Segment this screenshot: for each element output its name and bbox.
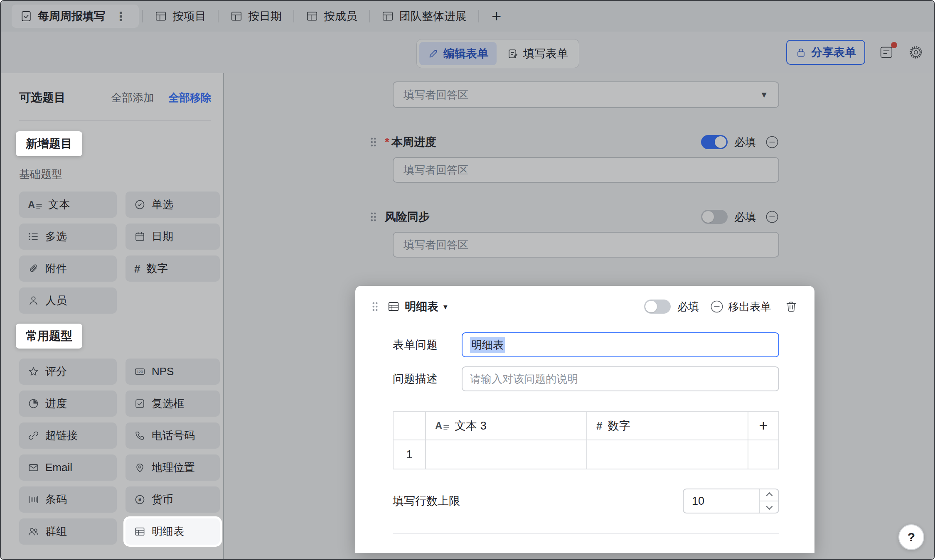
calendar-icon: [134, 231, 145, 242]
location-icon: [134, 462, 145, 473]
collapse-question-button[interactable]: [765, 135, 779, 149]
type-button-phone[interactable]: 电话号码: [125, 422, 220, 449]
question-desc-row: 问题描述: [355, 366, 814, 391]
form-column: 填写者回答区 ▼ * 本周进度 必填: [355, 73, 814, 553]
add-all-link[interactable]: 全部添加: [111, 91, 154, 105]
type-button-checkbox[interactable]: 复选框: [125, 391, 220, 417]
tab-by-date[interactable]: 按日期: [222, 5, 290, 28]
type-button-nps[interactable]: 123 NPS: [125, 359, 220, 385]
type-button-group[interactable]: 群组: [19, 518, 117, 545]
gear-icon: [908, 44, 924, 61]
type-button-date[interactable]: 日期: [125, 224, 220, 250]
pencil-icon: [428, 48, 439, 59]
detail-table-preview: A 文本 3 # 数字 + 1: [393, 411, 779, 469]
answer-input-preview: 填写者回答区: [393, 157, 779, 183]
fill-form-button[interactable]: 填写表单: [499, 42, 576, 65]
table-view-icon: [155, 10, 167, 22]
detail-table-card: 明细表 ▾ 必填 移出表单: [355, 286, 814, 553]
type-button-attachment[interactable]: 附件: [19, 255, 117, 282]
lock-icon: [795, 47, 807, 58]
add-view-button[interactable]: +: [482, 8, 510, 25]
svg-text:123: 123: [137, 370, 143, 374]
tab-by-member[interactable]: 按成员: [298, 5, 366, 28]
answer-input-preview: 填写者回答区: [393, 232, 779, 258]
form-question-row: 表单问题 明细表: [355, 332, 814, 357]
required-toggle[interactable]: [701, 135, 728, 149]
table-body-cell: [748, 440, 778, 469]
type-button-email[interactable]: Email: [19, 454, 117, 481]
add-column-button[interactable]: +: [748, 412, 778, 440]
row-limit-row: 填写行数上限: [355, 489, 814, 513]
required-toggle[interactable]: [644, 300, 671, 314]
tab-separator: [218, 10, 219, 22]
row-limit-input[interactable]: [684, 489, 759, 513]
form-question-input[interactable]: 明细表: [462, 332, 779, 357]
caret-down-icon: ▾: [443, 302, 448, 312]
question-desc-label: 问题描述: [393, 371, 462, 386]
card-header: 明细表 ▾ 必填 移出表单: [355, 286, 814, 314]
tab-by-project[interactable]: 按项目: [146, 5, 214, 28]
nps-icon: 123: [134, 366, 145, 377]
table-column-header-number[interactable]: # 数字: [587, 412, 748, 440]
table-view-icon: [306, 10, 318, 22]
settings-button[interactable]: [908, 44, 924, 61]
type-button-multi-select[interactable]: 多选: [19, 224, 117, 250]
basic-type-grid: A 文本 单选 多选: [19, 192, 223, 314]
tab-separator: [369, 10, 370, 22]
form-question-label: 表单问题: [393, 337, 462, 352]
share-form-button[interactable]: 分享表单: [786, 40, 865, 65]
type-button-person[interactable]: 人员: [19, 287, 117, 314]
tab-more-icon[interactable]: ⋮: [111, 9, 130, 24]
stepper-up-button[interactable]: [760, 489, 778, 501]
remove-from-form-button[interactable]: 移出表单: [710, 300, 771, 314]
remove-all-link[interactable]: 全部移除: [168, 91, 212, 105]
link-icon: [28, 430, 39, 441]
edit-form-label: 编辑表单: [443, 46, 488, 61]
table-column-header-text[interactable]: A 文本 3: [426, 412, 587, 440]
type-button-barcode[interactable]: 条码: [19, 486, 117, 513]
type-button-number[interactable]: # 数字: [125, 255, 220, 282]
type-button-detail-table[interactable]: 明细表: [125, 518, 220, 545]
responses-button[interactable]: [878, 44, 894, 60]
drag-handle-icon[interactable]: [370, 212, 376, 222]
type-button-currency[interactable]: ¥ 货币: [125, 486, 220, 513]
required-toggle[interactable]: [701, 210, 728, 224]
type-button-location[interactable]: 地理位置: [125, 454, 220, 481]
app-window: 每周周报填写 ⋮ 按项目 按日期 按成员: [0, 0, 935, 560]
question-type-dropdown[interactable]: 明细表 ▾: [387, 299, 448, 314]
tab-label: 团队整体进展: [399, 9, 467, 24]
edit-form-button[interactable]: 编辑表单: [419, 42, 497, 65]
plus-icon: +: [759, 418, 768, 433]
type-button-single-select[interactable]: 单选: [125, 192, 220, 218]
stepper-down-button[interactable]: [760, 501, 778, 513]
tab-label: 每周周报填写: [38, 9, 105, 24]
svg-text:¥: ¥: [138, 497, 141, 503]
tab-label: 按成员: [324, 9, 357, 24]
type-button-text[interactable]: A 文本: [19, 192, 117, 218]
question-row-risk-sync: 风险同步 必填: [370, 209, 779, 224]
help-button[interactable]: ?: [898, 524, 924, 550]
collapse-question-button[interactable]: [765, 210, 779, 224]
drag-handle-icon[interactable]: [370, 137, 376, 147]
type-button-rating[interactable]: 评分: [19, 359, 117, 385]
card-section-divider: [393, 533, 779, 534]
tab-separator: [293, 10, 294, 22]
tab-separator: [478, 10, 479, 22]
tab-team-progress[interactable]: 团队整体进展: [373, 5, 475, 28]
email-icon: [28, 462, 39, 473]
table-corner-cell: [394, 412, 426, 440]
delete-question-button[interactable]: [785, 300, 798, 313]
table-view-icon: [381, 10, 394, 22]
drag-handle-icon[interactable]: [372, 302, 378, 312]
tab-weekly-report[interactable]: 每周周报填写 ⋮: [12, 5, 139, 28]
toolbar-right: 分享表单: [786, 32, 924, 73]
minus-circle-icon: [765, 210, 779, 224]
table-body-cell: [426, 440, 587, 469]
question-desc-input[interactable]: [462, 366, 779, 391]
fill-form-icon: [507, 48, 519, 59]
type-button-progress[interactable]: 进度: [19, 391, 117, 417]
answer-placeholder: 填写者回答区: [404, 238, 468, 252]
progress-icon: [28, 398, 39, 409]
type-button-hyperlink[interactable]: 超链接: [19, 422, 117, 449]
group-icon: [28, 526, 39, 537]
